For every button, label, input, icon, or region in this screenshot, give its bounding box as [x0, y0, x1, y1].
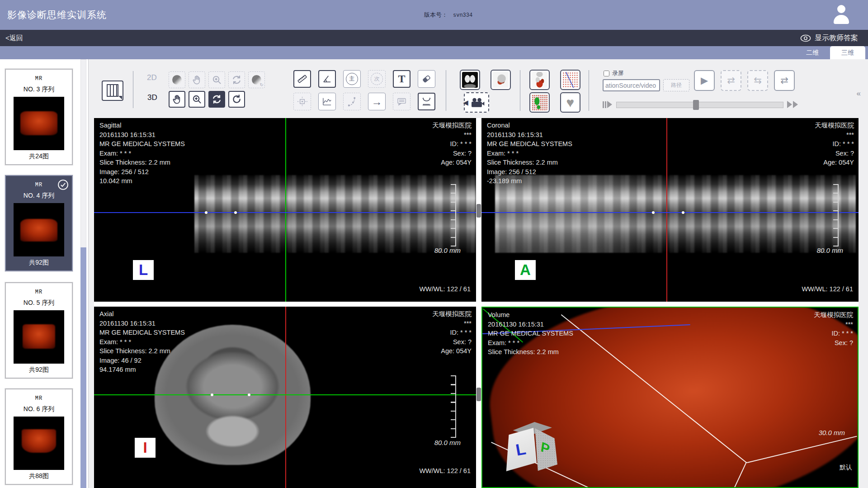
- patient-sex: Sex: ?: [815, 149, 854, 158]
- show-teacher-answer-label: 显示教师答案: [815, 33, 858, 43]
- comment-icon: [396, 96, 407, 107]
- volume-meta-left: Volume 20161130 16:15:31 MR GE MEDICAL S…: [488, 310, 573, 357]
- layout-button[interactable]: [102, 81, 123, 101]
- patient-age: Age: 054Y: [432, 158, 472, 167]
- collapse-toolbar-icon[interactable]: «: [857, 89, 861, 98]
- viewport-axial[interactable]: Axial 20161130 16:15:31 MR GE MEDICAL SY…: [94, 307, 476, 488]
- tab-2d[interactable]: 二维: [795, 46, 830, 59]
- viewport-coronal[interactable]: Coronal 20161130 16:15:31 MR GE MEDICAL …: [481, 118, 859, 302]
- wwwl-reset-2d-button[interactable]: ↻: [248, 71, 265, 88]
- skull-preset-button[interactable]: [491, 70, 511, 90]
- plane-label: Volume: [488, 310, 573, 320]
- text-tool-button[interactable]: T: [393, 70, 410, 88]
- viewport-divider-horizontal[interactable]: [94, 302, 859, 307]
- coronal-meta-left: Coronal 20161130 16:15:31 MR GE MEDICAL …: [487, 121, 572, 186]
- preset-group-c: ♥: [529, 92, 580, 113]
- play-button[interactable]: ▶: [694, 70, 715, 91]
- crosshair-red-vertical[interactable]: [666, 118, 667, 302]
- selected-check-icon: [57, 179, 69, 190]
- series-thumbnail: [14, 97, 64, 150]
- series-card-3[interactable]: MR NO. 3 序列 共24图: [5, 69, 73, 165]
- primary-roi-button[interactable]: 主: [343, 70, 361, 88]
- zoom-3d-button[interactable]: [189, 91, 205, 108]
- magnifier-plus-icon: [192, 94, 202, 104]
- video-camera-icon: [469, 97, 485, 108]
- rotate-2d-button[interactable]: [228, 71, 245, 88]
- series-card-5[interactable]: MR NO. 5 序列 共92图: [5, 282, 73, 379]
- crosshair-red-vertical[interactable]: [285, 307, 286, 488]
- angle-icon: [322, 74, 332, 84]
- wwwl-2d-button[interactable]: [169, 71, 185, 88]
- anonymized-name: ***: [814, 320, 853, 329]
- eraser-tool-button[interactable]: [418, 70, 435, 88]
- series-name: NO. 6 序列: [6, 405, 72, 413]
- crosshair-green-horizontal[interactable]: [94, 394, 476, 395]
- divider-drag-handle[interactable]: [476, 204, 481, 218]
- scale-label: 80.0 mm: [434, 439, 461, 446]
- ruler-tool-button[interactable]: [293, 70, 311, 88]
- export-video-button[interactable]: ◀: [464, 92, 489, 113]
- slider-step-forward[interactable]: [787, 101, 798, 108]
- patient-sex: Sex: ?: [814, 338, 853, 348]
- hand-icon: [172, 94, 182, 104]
- crosshair-green-vertical[interactable]: [285, 118, 286, 302]
- crosshair-blue-horizontal[interactable]: [481, 212, 859, 213]
- slice-position: 10.042 mm: [99, 176, 185, 186]
- histogram-button[interactable]: [318, 93, 336, 110]
- zoom-2d-button[interactable]: [208, 71, 225, 88]
- roi-box-button[interactable]: [293, 93, 311, 110]
- preset-group-b: [529, 70, 580, 90]
- divider-drag-handle[interactable]: [476, 388, 481, 401]
- pan-3d-button[interactable]: [169, 91, 185, 108]
- series-card-6[interactable]: MR NO. 6 序列 共88图: [5, 389, 73, 485]
- spline-tool-button[interactable]: [343, 93, 361, 110]
- heart-preset-button[interactable]: ♥: [560, 92, 580, 113]
- rotate-3d-button[interactable]: [208, 91, 225, 108]
- patient-sex: Sex: ?: [432, 337, 472, 347]
- joint-preset-button[interactable]: [529, 70, 550, 90]
- loop-forward-button[interactable]: ⇄: [721, 70, 741, 91]
- record-screen-checkbox[interactable]: [604, 71, 609, 76]
- slider-step-back[interactable]: [603, 101, 612, 108]
- arrow-tool-button[interactable]: →: [368, 93, 386, 110]
- series-card-4[interactable]: MR NO. 4 序列 共92图: [5, 175, 73, 271]
- swap-direction-button[interactable]: ⇄: [774, 70, 795, 91]
- loop-backward-icon: ⇆: [754, 75, 762, 86]
- scanner-preset-button[interactable]: [560, 70, 580, 90]
- curve-measure-button[interactable]: [418, 93, 435, 110]
- sidebar-scrollbar-thumb[interactable]: [80, 247, 86, 488]
- sagittal-meta-left: Sagittal 20161130 16:15:31 MR GE MEDICAL…: [99, 121, 185, 186]
- tab-3d[interactable]: 三维: [830, 46, 865, 59]
- camera-arrow-icon: ◀: [463, 99, 468, 106]
- spline-icon: [347, 96, 357, 107]
- volume-meta-right: 天堰模拟医院 *** ID: * * * Sex: ?: [814, 310, 853, 347]
- reset-3d-button[interactable]: [228, 91, 245, 108]
- slider-thumb[interactable]: [693, 100, 699, 110]
- crosshair-blue-horizontal[interactable]: [94, 212, 476, 213]
- toolbar-3d-group: [169, 91, 245, 108]
- exam-label: Exam: * * *: [99, 337, 185, 347]
- toolbar-divider: [446, 70, 446, 111]
- annotation-button[interactable]: [393, 93, 410, 110]
- secondary-roi-button[interactable]: 次: [368, 70, 386, 88]
- device-label: MR GE MEDICAL SYSTEMS: [488, 329, 573, 338]
- show-teacher-answer-button[interactable]: 显示教师答案: [800, 30, 858, 46]
- orientation-cube[interactable]: L P: [505, 422, 558, 473]
- viewport-volume[interactable]: Volume 20161130 16:15:31 MR GE MEDICAL S…: [481, 307, 859, 488]
- path-button[interactable]: 路径: [663, 79, 689, 91]
- video-path-input[interactable]: [603, 79, 660, 91]
- lung-preset-button[interactable]: [460, 70, 480, 90]
- viewport-sagittal[interactable]: Sagittal 20161130 16:15:31 MR GE MEDICAL…: [94, 118, 476, 302]
- back-button[interactable]: <返回: [5, 30, 23, 46]
- wwwl-readout: WW/WL: 122 / 61: [419, 467, 471, 474]
- hospital-label: 天堰模拟医院: [432, 121, 472, 130]
- knee-joint-icon: [532, 72, 547, 88]
- angle-tool-button[interactable]: [318, 70, 336, 88]
- segmentation-preset-button[interactable]: [529, 92, 550, 113]
- slider-track[interactable]: [616, 102, 783, 108]
- loop-backward-button[interactable]: ⇆: [747, 70, 768, 91]
- patient-sex: Sex: ?: [432, 149, 472, 158]
- series-image-count: 共92图: [6, 366, 72, 374]
- pan-2d-button[interactable]: [189, 71, 205, 88]
- user-avatar-icon[interactable]: [833, 5, 850, 25]
